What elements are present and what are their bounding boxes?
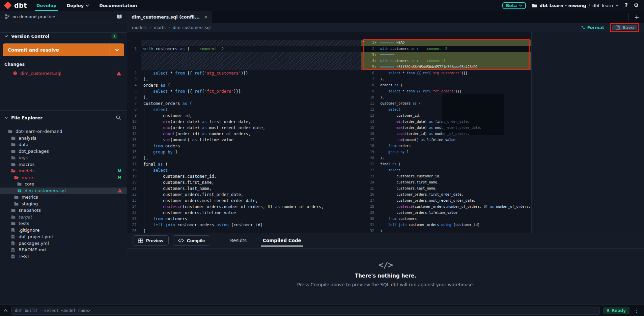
code-line[interactable]: 25 customers.last_name,: [361, 185, 531, 192]
nav-item-deploy[interactable]: Deploy: [66, 0, 89, 11]
tree-item-test[interactable]: TEST: [0, 253, 127, 260]
tree-item-staging[interactable]: staging: [0, 201, 127, 207]
code-line[interactable]: 27 left join customer_orders using (cust…: [127, 222, 361, 228]
code-line[interactable]: 26 from customers: [127, 216, 361, 222]
help-icon[interactable]: ?: [625, 2, 628, 8]
code-line[interactable]: [127, 58, 361, 64]
code-line[interactable]: 18 select: [127, 167, 361, 173]
tree-item-metrics[interactable]: metrics: [0, 194, 127, 201]
code-line[interactable]: 18 from orders: [361, 143, 531, 149]
code-line[interactable]: 17 sum(amount) as lifetime_value: [361, 137, 531, 143]
dbt-logo[interactable]: dbt: [3, 1, 27, 10]
fold-marker-icon[interactable]: ⌄: [362, 39, 365, 42]
tree-item-dbt-learn-on-demand[interactable]: dbt-learn-on-demand: [0, 128, 127, 135]
code-line[interactable]: 25 customer_orders.lifetime_value: [127, 210, 361, 216]
commit-options-caret[interactable]: [110, 44, 124, 56]
code-line[interactable]: 20),: [361, 155, 531, 161]
code-line[interactable]: 23 customer_orders.most_recent_order_dat…: [127, 198, 361, 204]
commit-and-resolve-button[interactable]: Commit and resolve: [3, 44, 124, 56]
file-explorer-header[interactable]: File Explorer: [0, 110, 127, 125]
code-line[interactable]: 13 sum(amount) as lifetime_value: [127, 137, 361, 143]
tree-item-macros[interactable]: macros: [0, 161, 127, 168]
tree-item-data[interactable]: data: [0, 141, 127, 148]
tree-item-target[interactable]: target: [0, 214, 127, 221]
tree-item-analysis[interactable]: analysis: [0, 135, 127, 142]
tab-compiled-code[interactable]: Compiled Code: [263, 233, 301, 249]
code-line[interactable]: 13 customer_id,: [361, 113, 531, 119]
tree-item-snapshots[interactable]: snapshots: [0, 207, 127, 214]
code-line[interactable]: [127, 40, 361, 46]
code-line[interactable]: 27 customer_orders.most_recent_order_dat…: [361, 198, 531, 204]
code-line[interactable]: 9 select * from {{ ref('fct_orders')}}: [361, 88, 531, 94]
code-line[interactable]: 4orders as (: [127, 82, 361, 88]
code-line[interactable]: 28): [127, 228, 361, 233]
tree-item-tests[interactable]: tests: [0, 220, 127, 227]
gear-icon[interactable]: ⚙: [634, 3, 639, 8]
code-line[interactable]: 5 select * from {{ ref('fct_orders')}}: [127, 88, 361, 94]
tree-item-dbt-packages[interactable]: dbt_packages: [0, 148, 127, 155]
tree-item-core[interactable]: core: [0, 181, 127, 188]
tree-item-readme-md[interactable]: README.md: [0, 247, 127, 253]
code-line[interactable]: 10),: [361, 94, 531, 100]
code-line[interactable]: 21final as (: [361, 161, 531, 167]
code-line[interactable]: 24 customers.first_name,: [361, 179, 531, 185]
code-line[interactable]: 29 customer_orders.lifetime_value: [361, 210, 531, 216]
tree-item-marts[interactable]: martsM: [0, 174, 127, 181]
nav-item-documentation[interactable]: Documentation: [99, 0, 137, 11]
tree-item-dbt-project-yml[interactable]: dbt_project.yml: [0, 233, 127, 240]
tab-results[interactable]: Results: [230, 233, 247, 249]
tab-dim-customers[interactable]: dim_customers.sql (confli... ×: [127, 11, 213, 23]
code-line[interactable]: 6 select * from {{ ref('stg_customers')}…: [361, 70, 531, 76]
code-line[interactable]: 14 min(order_date) as first_order_date,: [361, 119, 531, 125]
search-icon[interactable]: [116, 115, 121, 120]
code-line[interactable]: 3),: [127, 76, 361, 82]
code-line[interactable]: 8 select: [127, 107, 361, 113]
code-line[interactable]: 30 from customers: [361, 216, 531, 222]
status-badge[interactable]: Ready: [603, 307, 629, 314]
code-line[interactable]: 8orders as (: [361, 82, 531, 88]
code-line[interactable]: 6),: [127, 94, 361, 100]
code-line[interactable]: 20 customers.first_name,: [127, 179, 361, 185]
code-line[interactable]: 10 min(order_date) as first_order_date,: [127, 119, 361, 125]
code-line[interactable]: 4+with customers as ( -- comment 1: [361, 58, 531, 64]
save-button[interactable]: Save: [612, 25, 637, 30]
code-line[interactable]: 19 customers.customer_id,: [127, 173, 361, 179]
breadcrumb-item[interactable]: marts: [154, 25, 166, 30]
version-control-header[interactable]: Version Control 1: [0, 32, 127, 40]
code-line[interactable]: 16 count(order_id) as number_of_orders,: [361, 131, 531, 137]
code-line[interactable]: 21 customers.last_name,: [127, 185, 361, 192]
code-line[interactable]: 1with customers as ( -- comment 2: [127, 46, 361, 52]
code-line[interactable]: 11customer_orders as (: [361, 100, 531, 107]
code-line[interactable]: 32): [361, 228, 531, 233]
code-line[interactable]: 16),: [127, 155, 361, 161]
code-line[interactable]: 11 max(order_date) as most_recent_order_…: [127, 125, 361, 131]
preview-button[interactable]: Preview: [133, 235, 169, 246]
code-line[interactable]: [127, 52, 361, 58]
breadcrumb-item[interactable]: models: [132, 25, 147, 30]
code-line[interactable]: 3+=======: [361, 52, 531, 58]
chevron-up-icon[interactable]: [3, 309, 8, 312]
code-line[interactable]: [127, 64, 361, 70]
code-line[interactable]: 19 group by 1: [361, 149, 531, 155]
code-line[interactable]: 28 coalesce(customer_orders.number_of_or…: [361, 204, 531, 210]
code-line[interactable]: 14 from orders: [127, 143, 361, 149]
code-line[interactable]: 31 left join customer_orders using (cust…: [361, 222, 531, 228]
editor-pane-incoming-diff[interactable]: ⌄ 1+<<<<<<< HEAD2with customers as ( -- …: [361, 32, 531, 233]
kebab-menu-icon[interactable]: ⋮: [633, 308, 641, 314]
tree-item--gitignore[interactable]: .gitignore: [0, 227, 127, 234]
project-selector[interactable]: dbt Learn - mwong / dbt_learn: [532, 3, 619, 8]
code-line[interactable]: 12 select: [361, 107, 531, 113]
code-line[interactable]: 5+>>>>>>> b81f802a66fd544504c65721e3ffaa…: [361, 64, 531, 70]
code-line[interactable]: 2with customers as ( -- comment 2: [361, 46, 531, 52]
code-line[interactable]: 24 coalesce(customer_orders.number_of_or…: [127, 204, 361, 210]
code-line[interactable]: 2 select * from {{ ref('stg_customers')}…: [127, 70, 361, 76]
code-line[interactable]: 17final as (: [127, 161, 361, 167]
code-line[interactable]: 12 count(order_id) as number_of_orders,: [127, 131, 361, 137]
code-line[interactable]: 7),: [361, 76, 531, 82]
nav-item-develop[interactable]: Develop: [36, 0, 57, 11]
editor-pane-local[interactable]: 1with customers as ( -- comment 22 selec…: [127, 32, 361, 233]
docs-book-icon[interactable]: [116, 14, 122, 19]
breadcrumb-item[interactable]: dim_customers.sql: [173, 25, 211, 30]
code-line[interactable]: 15 group by 1: [127, 149, 361, 155]
branch-bar[interactable]: on-demand-practice: [0, 11, 127, 23]
